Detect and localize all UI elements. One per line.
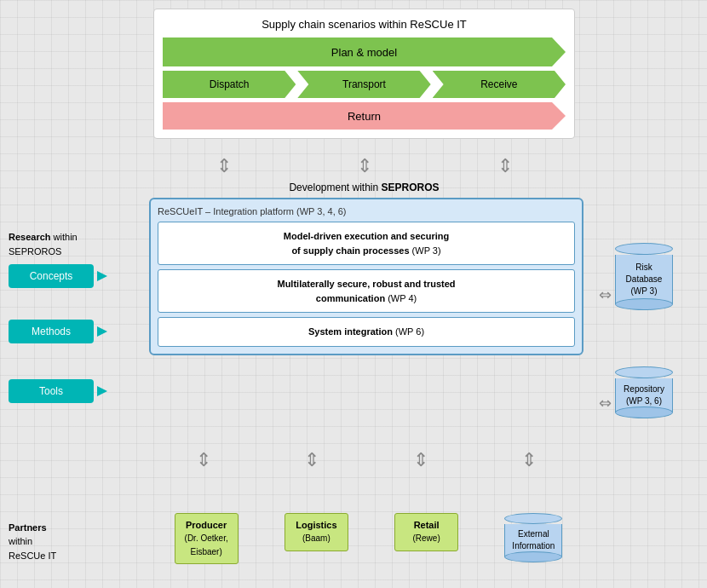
methods-button[interactable]: Methods bbox=[9, 320, 94, 343]
bottom-dbl-arrow-1: ⇕ bbox=[196, 449, 211, 471]
integration-platform-box: ReSCUeIT – Integration platform (WP 3, 4… bbox=[149, 198, 583, 355]
plan-model-arrow: Plan & model bbox=[163, 37, 566, 66]
dev-title-normal: Development within bbox=[289, 182, 381, 193]
partners-label-normal: withinReSCUe IT bbox=[9, 536, 56, 561]
bottom-dbl-arrow-2: ⇕ bbox=[304, 449, 319, 471]
tools-arrow bbox=[97, 386, 107, 396]
risk-db-label: Risk Database (WP 3) bbox=[626, 262, 663, 296]
concepts-arrow bbox=[97, 271, 107, 281]
wp3-block: Model-driven execution and securingof su… bbox=[158, 222, 575, 265]
dev-title-bold: SEPROROS bbox=[382, 182, 440, 193]
repo-label: Repository (WP 3, 6) bbox=[624, 384, 664, 406]
return-arrow: Return bbox=[163, 102, 566, 130]
dbl-arrow-3: ⇕ bbox=[497, 157, 513, 176]
partners-label-bold: Partners bbox=[9, 522, 47, 533]
wp4-block: Multilaterally secure, robust and truste… bbox=[158, 269, 575, 313]
risk-db-connector: ⇔ bbox=[599, 285, 612, 304]
retail-box: Retail (Rewe) bbox=[394, 513, 458, 551]
repo-connector: ⇔ bbox=[599, 394, 612, 412]
research-label-bold: Research bbox=[9, 232, 51, 242]
transport-arrow: Transport bbox=[297, 71, 430, 98]
risk-database-cylinder: Risk Database (WP 3) bbox=[615, 243, 673, 310]
bottom-dbl-arrow-3: ⇕ bbox=[413, 449, 428, 471]
integration-title: ReSCUeIT – Integration platform (WP 3, 4… bbox=[158, 206, 575, 216]
dbl-arrow-1: ⇕ bbox=[216, 157, 232, 176]
external-info-label: External Information bbox=[512, 529, 555, 551]
producer-box: Producer (Dr. Oetker, Eisbaer) bbox=[175, 513, 239, 564]
repository-cylinder: Repository (WP 3, 6) bbox=[615, 366, 673, 418]
methods-arrow bbox=[97, 326, 107, 337]
logistics-box: Logistics (Baam) bbox=[285, 513, 348, 551]
dbl-arrow-2: ⇕ bbox=[357, 157, 372, 176]
wp6-block: System integration (WP 6) bbox=[158, 317, 575, 347]
concepts-button[interactable]: Concepts bbox=[9, 264, 94, 288]
supply-chain-title: Supply chain scenarios within ReSCUe IT bbox=[163, 18, 566, 31]
receive-arrow: Receive bbox=[433, 71, 566, 98]
dispatch-arrow: Dispatch bbox=[163, 71, 296, 98]
external-info-cylinder: External Information bbox=[504, 513, 562, 562]
tools-button[interactable]: Tools bbox=[9, 379, 94, 403]
bottom-dbl-arrow-4: ⇕ bbox=[521, 449, 537, 471]
